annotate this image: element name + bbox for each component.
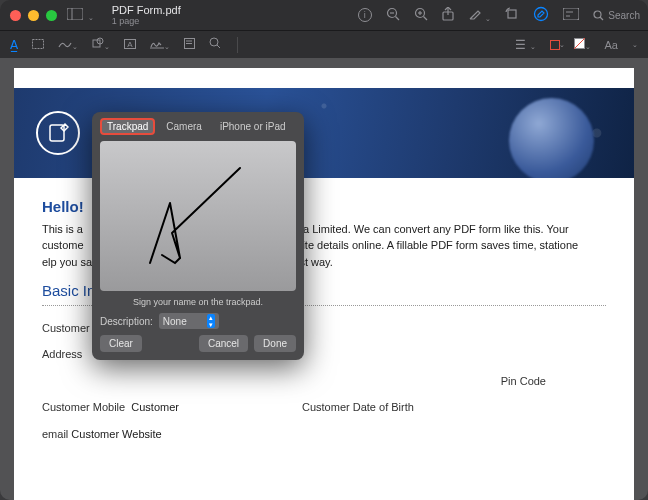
tab-camera[interactable]: Camera	[159, 118, 209, 135]
sign-icon[interactable]: ⌄	[150, 37, 170, 52]
note-icon[interactable]	[184, 38, 195, 52]
svg-rect-0	[67, 8, 83, 20]
form-icon[interactable]	[563, 8, 579, 23]
rect-select-icon[interactable]	[32, 38, 44, 52]
text-icon[interactable]: A	[124, 38, 136, 52]
zoom-in-icon[interactable]	[414, 7, 428, 24]
tab-iphone-ipad[interactable]: iPhone or iPad	[213, 118, 293, 135]
minimize-window-button[interactable]	[28, 10, 39, 21]
svg-point-16	[594, 11, 601, 18]
clear-button[interactable]: Clear	[100, 335, 142, 352]
loupe-icon[interactable]	[209, 37, 221, 52]
svg-line-8	[423, 16, 427, 20]
markup-icon[interactable]	[533, 6, 549, 25]
page-area: le PDF Hello! This is a a Limited. We ca…	[0, 58, 648, 500]
description-value: None	[163, 316, 187, 327]
signature-instruction: Sign your name on the trackpad.	[92, 297, 304, 307]
signature-popover: Trackpad Camera iPhone or iPad Sign your…	[92, 112, 304, 360]
markup-toolbar: A̲ ⌄ ⌄ A ⌄ ☰ ⌄ ⌄ ⌄ Aa⌄	[0, 30, 648, 58]
search-field[interactable]: Search	[593, 10, 640, 21]
zoom-window-button[interactable]	[46, 10, 57, 21]
rotate-icon[interactable]	[505, 7, 519, 24]
share-icon[interactable]	[442, 7, 454, 24]
stroke-color-icon[interactable]: ⌄	[550, 40, 560, 50]
close-window-button[interactable]	[10, 10, 21, 21]
field-email[interactable]: email	[42, 428, 68, 440]
titlebar-actions: i ⌄ Search	[358, 6, 640, 25]
description-label: Description:	[100, 316, 153, 327]
svg-point-27	[210, 38, 218, 46]
fill-color-icon[interactable]: ⌄	[574, 38, 591, 52]
field-address[interactable]: Address	[42, 348, 82, 360]
line-style-icon[interactable]: ☰ ⌄	[515, 38, 535, 52]
cancel-button[interactable]: Cancel	[199, 335, 248, 352]
field-dob[interactable]: Customer Date of Birth	[302, 401, 414, 413]
svg-rect-18	[33, 39, 44, 48]
svg-point-12	[535, 7, 548, 20]
text-select-icon[interactable]: A̲	[10, 38, 18, 52]
title-group: PDF Form.pdf 1 page	[112, 4, 181, 26]
sketch-icon[interactable]: ⌄	[58, 38, 78, 52]
zoom-out-icon[interactable]	[386, 7, 400, 24]
traffic-lights	[10, 10, 57, 21]
search-placeholder: Search	[608, 10, 640, 21]
svg-line-28	[217, 45, 220, 48]
field-customer2: Customer	[131, 401, 179, 413]
text-style-icon[interactable]: Aa	[605, 39, 618, 51]
highlight-icon[interactable]: ⌄	[468, 7, 492, 24]
info-icon[interactable]: i	[358, 8, 372, 22]
svg-line-4	[395, 16, 399, 20]
tab-trackpad[interactable]: Trackpad	[100, 118, 155, 135]
signature-stroke	[130, 163, 250, 283]
field-website[interactable]: Customer Website	[71, 428, 161, 440]
field-mobile[interactable]: Customer Mobile	[42, 401, 125, 413]
select-arrows-icon: ▴▾	[207, 314, 215, 328]
shapes-icon[interactable]: ⌄	[92, 37, 110, 52]
document-title: PDF Form.pdf	[112, 4, 181, 16]
signature-canvas[interactable]	[100, 141, 296, 291]
svg-rect-13	[563, 8, 579, 20]
decorative-orb	[509, 98, 594, 178]
done-button[interactable]: Done	[254, 335, 296, 352]
window-titlebar: ⌄ PDF Form.pdf 1 page i ⌄ Search	[0, 0, 648, 30]
sidebar-toggle-icon[interactable]: ⌄	[67, 8, 94, 23]
svg-line-17	[600, 17, 603, 20]
document-subtitle: 1 page	[112, 16, 181, 26]
field-pin-code[interactable]: Pin Code	[501, 375, 546, 387]
description-select[interactable]: None ▴▾	[159, 313, 219, 329]
signature-tabs: Trackpad Camera iPhone or iPad	[92, 112, 304, 139]
svg-rect-11	[508, 10, 516, 18]
edit-circle-icon	[36, 111, 80, 155]
svg-text:A: A	[127, 40, 133, 49]
